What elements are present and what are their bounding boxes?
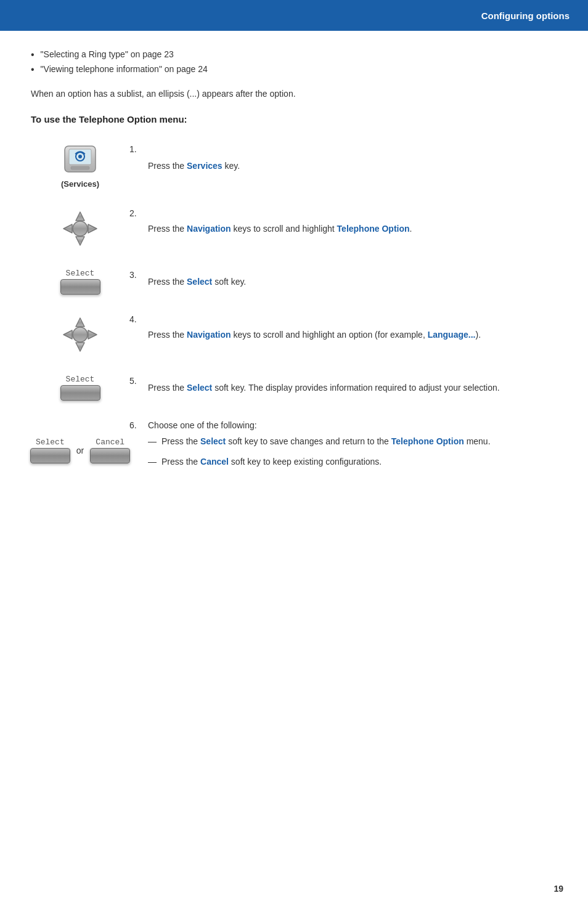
select-btn-body-6	[30, 448, 70, 463]
select-softkey-6: Select	[30, 438, 70, 463]
sub-bullet-1: — Press the Select soft key to save chan…	[148, 435, 557, 448]
step-4-number: 4.	[129, 313, 148, 324]
step-6-sub-bullets: — Press the Select soft key to save chan…	[148, 435, 557, 468]
services-icon-wrapper: (Services)	[31, 143, 129, 189]
page-title: Configuring options	[481, 10, 570, 21]
step-2-number: 2.	[129, 207, 148, 218]
select-highlight-5: Select	[187, 383, 212, 393]
step-2-row: 2. Press the Navigation keys to scroll a…	[31, 207, 557, 250]
svg-marker-12	[76, 343, 84, 351]
header-bar: Configuring options	[0, 0, 588, 31]
svg-point-3	[78, 155, 82, 158]
select-softkey-3: Select	[60, 269, 100, 295]
page-number: 19	[553, 884, 563, 894]
navigation-highlight-4: Navigation	[187, 330, 231, 340]
svg-marker-8	[63, 224, 72, 233]
step-5-row: Select 5. Press the Select soft key. The…	[31, 375, 557, 401]
services-key-label: (Services)	[61, 179, 99, 189]
select-label-6: Select	[36, 438, 65, 447]
step-4-row: 4. Press the Navigation keys to scroll a…	[31, 313, 557, 356]
step-1-text: Press the Services key.	[148, 160, 557, 173]
step-6-text: Choose one of the following: — Press the…	[148, 419, 557, 476]
step-1-row: (Services) 1. Press the Services key.	[31, 143, 557, 189]
bullet-list: "Selecting a Ring type" on page 23 "View…	[31, 49, 557, 75]
list-item: "Selecting a Ring type" on page 23	[31, 49, 557, 60]
select-highlight-6a: Select	[200, 436, 226, 446]
telephone-option-highlight-6: Telephone Option	[391, 436, 464, 446]
subtext: When an option has a sublist, an ellipsi…	[31, 88, 557, 100]
main-content: "Selecting a Ring type" on page 23 "View…	[0, 31, 588, 531]
select-cancel-row: Select or Cancel	[30, 438, 130, 463]
sub-bullet-2: — Press the Cancel soft key to keep exis…	[148, 455, 557, 468]
select-btn-body-3	[60, 279, 100, 295]
select-icon-wrapper-3: Select	[31, 269, 129, 295]
svg-marker-14	[88, 330, 97, 339]
language-highlight-4: Language...	[428, 330, 476, 340]
select-softkey-5: Select	[60, 375, 100, 401]
svg-marker-9	[88, 224, 97, 233]
svg-marker-13	[63, 330, 72, 339]
svg-point-10	[73, 327, 88, 342]
navigation-key-svg-2	[59, 207, 102, 250]
svg-marker-11	[76, 318, 84, 327]
step-3-row: Select 3. Press the Select soft key.	[31, 269, 557, 295]
or-label: or	[76, 446, 84, 455]
services-highlight: Services	[187, 161, 223, 171]
select-btn-body-5	[60, 385, 100, 401]
cancel-softkey-6: Cancel	[90, 438, 130, 463]
svg-rect-4	[71, 166, 89, 169]
step-1-number: 1.	[129, 143, 148, 154]
svg-marker-7	[76, 237, 84, 245]
telephone-option-highlight-2: Telephone Option	[337, 224, 410, 234]
services-key: (Services)	[61, 143, 99, 189]
step-3-text: Press the Select soft key.	[148, 275, 557, 288]
select-highlight-3: Select	[187, 277, 212, 287]
nav-icon-wrapper-2	[31, 207, 129, 250]
list-item: "Viewing telephone information" on page …	[31, 64, 557, 75]
navigation-highlight-2: Navigation	[187, 224, 231, 234]
cancel-label-6: Cancel	[96, 438, 125, 447]
step-6-row: Select or Cancel 6. Choose one of the fo…	[31, 419, 557, 476]
cancel-btn-body-6	[90, 448, 130, 463]
navigation-key-svg-4	[59, 313, 102, 356]
select-label-3: Select	[66, 269, 95, 278]
step-3-number: 3.	[129, 269, 148, 280]
step-6-icon-area: Select or Cancel	[31, 419, 129, 463]
step-6-number: 6.	[129, 419, 148, 430]
step-5-number: 5.	[129, 375, 148, 386]
select-icon-wrapper-5: Select	[31, 375, 129, 401]
services-key-svg	[62, 143, 99, 177]
cancel-highlight-6: Cancel	[200, 457, 229, 467]
svg-point-5	[73, 221, 88, 236]
step-4-text: Press the Navigation keys to scroll and …	[148, 328, 557, 341]
nav-icon-wrapper-4	[31, 313, 129, 356]
svg-marker-6	[76, 212, 84, 221]
select-label-5: Select	[66, 375, 95, 384]
section-heading: To use the Telephone Option menu:	[31, 114, 557, 124]
step-5-text: Press the Select soft key. The display p…	[148, 381, 557, 394]
steps-container: (Services) 1. Press the Services key.	[31, 143, 557, 494]
step-2-text: Press the Navigation keys to scroll and …	[148, 222, 557, 235]
